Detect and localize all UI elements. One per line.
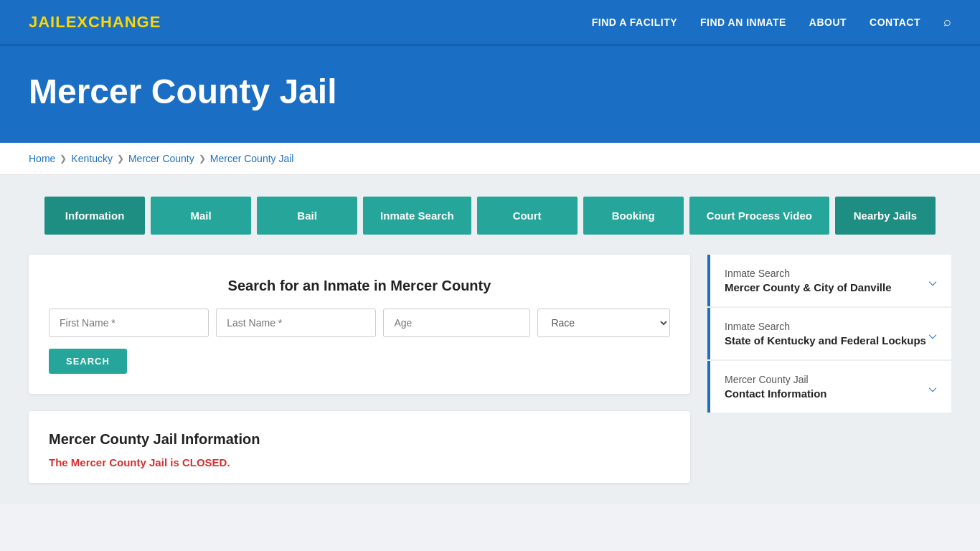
logo-jail: JAIL xyxy=(29,13,66,31)
logo-exchange: EXCHANGE xyxy=(66,13,161,31)
first-name-input[interactable] xyxy=(49,309,209,337)
tab-court-process-video[interactable]: Court Process Video xyxy=(689,197,829,235)
right-sidebar: Inmate Search Mercer County & City of Da… xyxy=(707,255,951,413)
tab-nearby-jails[interactable]: Nearby Jails xyxy=(835,197,936,235)
inmate-search-card: Search for an Inmate in Mercer County Ra… xyxy=(29,255,690,394)
age-input[interactable] xyxy=(383,309,530,337)
breadcrumb-sep-1: ❯ xyxy=(60,154,67,164)
search-card-title: Search for an Inmate in Mercer County xyxy=(49,278,670,294)
breadcrumb-home[interactable]: Home xyxy=(29,153,55,164)
sidebar-card-inmate-state[interactable]: Inmate Search State of Kentucky and Fede… xyxy=(707,308,951,359)
closed-notice: The Mercer County Jail is CLOSED. xyxy=(49,456,670,468)
navbar: JAILEXCHANGE FIND A FACILITY FIND AN INM… xyxy=(0,0,980,46)
sidebar-label-county: Inmate Search xyxy=(725,268,892,279)
chevron-down-icon-2: ⌵ xyxy=(928,325,937,342)
sidebar-title-county: Mercer County & City of Danville xyxy=(725,281,892,293)
breadcrumb-sep-3: ❯ xyxy=(199,154,206,164)
sidebar-card-inmate-county[interactable]: Inmate Search Mercer County & City of Da… xyxy=(707,255,951,306)
info-card-title: Mercer County Jail Information xyxy=(49,431,670,448)
chevron-down-icon-3: ⌵ xyxy=(928,378,937,395)
sidebar-label-state: Inmate Search xyxy=(725,321,926,332)
breadcrumb-sep-2: ❯ xyxy=(117,154,124,164)
tab-bail[interactable]: Bail xyxy=(257,197,357,235)
tab-information[interactable]: Information xyxy=(44,197,145,235)
last-name-input[interactable] xyxy=(216,309,376,337)
search-fields: Race White Black Hispanic Asian Other xyxy=(49,309,670,337)
race-select[interactable]: Race White Black Hispanic Asian Other xyxy=(537,309,670,337)
sidebar-title-state: State of Kentucky and Federal Lockups xyxy=(725,334,926,347)
breadcrumb-mercer-county[interactable]: Mercer County xyxy=(128,153,194,164)
sidebar-card-contact[interactable]: Mercer County Jail Contact Information ⌵ xyxy=(707,361,951,413)
content-area: Information Mail Bail Inmate Search Cour… xyxy=(0,175,980,504)
tabs-row: Information Mail Bail Inmate Search Cour… xyxy=(29,197,951,235)
two-col-layout: Search for an Inmate in Mercer County Ra… xyxy=(29,255,951,483)
nav-about[interactable]: ABOUT xyxy=(809,17,847,28)
breadcrumb-kentucky[interactable]: Kentucky xyxy=(71,153,113,164)
search-icon[interactable]: ⌕ xyxy=(943,14,951,29)
chevron-down-icon: ⌵ xyxy=(928,272,937,289)
sidebar-title-contact: Contact Information xyxy=(725,387,827,400)
tab-booking[interactable]: Booking xyxy=(583,197,684,235)
tab-mail[interactable]: Mail xyxy=(151,197,251,235)
hero-section: Mercer County Jail xyxy=(0,46,980,143)
sidebar-label-contact: Mercer County Jail xyxy=(725,374,827,385)
breadcrumb-bar: Home ❯ Kentucky ❯ Mercer County ❯ Mercer… xyxy=(0,143,980,175)
page-title: Mercer County Jail xyxy=(29,72,951,111)
search-button[interactable]: SEARCH xyxy=(49,349,127,374)
nav-find-facility[interactable]: FIND A FACILITY xyxy=(592,17,677,28)
tab-court[interactable]: Court xyxy=(477,197,578,235)
breadcrumb: Home ❯ Kentucky ❯ Mercer County ❯ Mercer… xyxy=(29,153,951,164)
logo[interactable]: JAILEXCHANGE xyxy=(29,13,161,32)
info-card: Mercer County Jail Information The Merce… xyxy=(29,411,690,483)
breadcrumb-current: Mercer County Jail xyxy=(210,153,294,164)
nav-find-inmate[interactable]: FIND AN INMATE xyxy=(700,17,786,28)
nav-contact[interactable]: CONTACT xyxy=(870,17,920,28)
tab-inmate-search[interactable]: Inmate Search xyxy=(363,197,471,235)
nav-links: FIND A FACILITY FIND AN INMATE ABOUT CON… xyxy=(592,14,951,29)
left-column: Search for an Inmate in Mercer County Ra… xyxy=(29,255,690,483)
